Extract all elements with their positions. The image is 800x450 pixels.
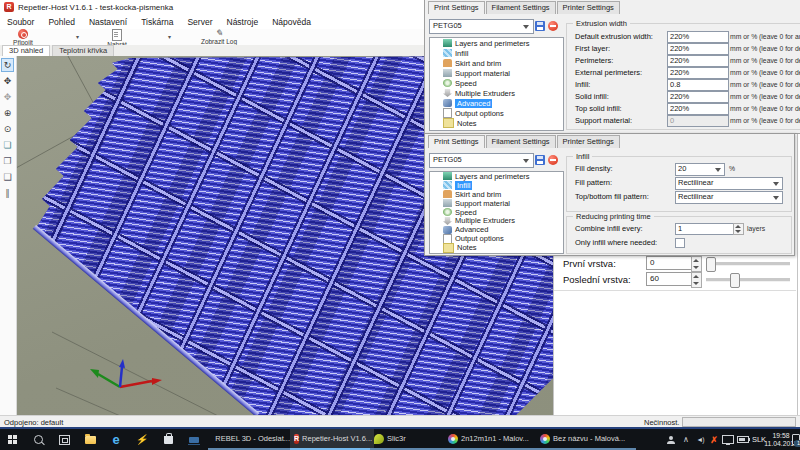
start-button[interactable]: [0, 429, 24, 450]
zoom-in-tool-icon[interactable]: [1, 106, 14, 120]
load-dropdown-icon[interactable]: [168, 33, 171, 40]
support-icon: [443, 199, 452, 207]
volume-icon[interactable]: [693, 429, 707, 450]
tree-item-skirt[interactable]: Skirt and brim: [430, 58, 563, 68]
tree-item-infill[interactable]: Infill: [430, 48, 563, 58]
slic3r-tab-strip: Print SettingsFilament SettingsPrinter S…: [428, 135, 621, 149]
preset-combobox[interactable]: PETG05: [429, 153, 534, 168]
network-display-icon[interactable]: [721, 429, 735, 450]
group-title: Infill: [573, 152, 592, 161]
connect-button[interactable]: Připojit: [4, 29, 42, 46]
skirt-icon: [443, 59, 452, 67]
default-extrusion-width-input[interactable]: 220%: [667, 31, 729, 43]
action-center-icon[interactable]: 1: [792, 429, 800, 450]
tree-item-extruders[interactable]: Multiple Extruders: [430, 88, 563, 98]
tree-item-skirt[interactable]: Skirt and brim: [430, 190, 563, 199]
last-layer-spinner[interactable]: [691, 272, 702, 288]
save-preset-icon[interactable]: [535, 155, 545, 165]
show-log-button[interactable]: Zobrazit Log: [186, 29, 252, 45]
menu-server[interactable]: Server: [180, 14, 219, 27]
combine-infill-spinner[interactable]: [733, 223, 744, 235]
tab-printer-settings[interactable]: Printer Settings: [557, 135, 620, 148]
taskbar-button-slic3r[interactable]: Slic3r: [370, 429, 448, 450]
first-layer-width-input[interactable]: 220%: [667, 43, 729, 55]
taskbar-button-paint-1[interactable]: 2n12m1n1 - Malov...: [444, 429, 540, 450]
save-preset-icon[interactable]: [535, 21, 545, 31]
rotate-view-tool-icon[interactable]: [1, 58, 14, 72]
tree-item-advanced[interactable]: Advanced: [430, 98, 563, 108]
last-layer-input[interactable]: 60: [646, 272, 693, 286]
taskbar-button-paint-2[interactable]: Bez názvu - Malová...: [536, 429, 636, 450]
task-view-icon[interactable]: [52, 429, 76, 450]
menu-pohled[interactable]: Pohled: [41, 14, 81, 27]
connect-dropdown-icon[interactable]: [76, 33, 79, 40]
tree-item-infill[interactable]: Infill: [430, 181, 563, 190]
solid-infill-width-input[interactable]: 220%: [667, 91, 729, 103]
tree-item-support[interactable]: Support material: [430, 199, 563, 208]
clock[interactable]: 19:5811.04.2018: [768, 429, 794, 450]
zoom-tool-icon[interactable]: [1, 122, 14, 136]
menu-nastroje[interactable]: Nástroje: [220, 14, 266, 27]
support-material-width-input[interactable]: 0: [667, 115, 729, 127]
move-viewpoint-tool-icon[interactable]: [1, 90, 14, 104]
last-layer-slider-handle[interactable]: [730, 273, 740, 288]
connection-status: Odpojeno: default: [4, 418, 63, 427]
tray-overflow-icon[interactable]: [680, 429, 692, 450]
top-bottom-fill-pattern-combobox[interactable]: Rectilinear: [675, 191, 783, 204]
fill-pattern-combobox[interactable]: Rectilinear: [675, 177, 783, 190]
winamp-icon[interactable]: [130, 429, 154, 450]
move-object-tool-icon[interactable]: [1, 74, 14, 88]
menu-nastaveni[interactable]: Nastavení: [82, 14, 134, 27]
tree-item-notes[interactable]: Notes: [430, 118, 563, 128]
tree-item-speed[interactable]: Speed: [430, 208, 563, 217]
delete-preset-icon[interactable]: [548, 21, 558, 31]
menu-soubor[interactable]: Soubor: [0, 14, 41, 27]
top-view-icon[interactable]: [1, 170, 14, 184]
fill-density-combobox[interactable]: 20: [675, 163, 725, 176]
search-icon[interactable]: [26, 429, 50, 450]
first-layer-spinner[interactable]: [691, 256, 702, 272]
tree-item-extruders[interactable]: Multiple Extruders: [430, 216, 563, 225]
battery-icon[interactable]: [736, 429, 750, 450]
laptop-app-icon[interactable]: [182, 429, 206, 450]
delete-preset-icon[interactable]: [548, 155, 558, 165]
layers-icon: [443, 172, 452, 180]
tree-item-output[interactable]: Output options: [430, 108, 563, 118]
top-solid-infill-width-input[interactable]: 220%: [667, 103, 729, 115]
tab-printer-settings[interactable]: Printer Settings: [557, 1, 620, 14]
isometric-view-icon[interactable]: [1, 138, 14, 152]
menu-tiskarna[interactable]: Tiskárna: [134, 14, 180, 27]
tree-item-speed[interactable]: Speed: [430, 78, 563, 88]
tree-item-layers[interactable]: Layers and perimeters: [430, 38, 563, 48]
last-layer-slider[interactable]: [706, 278, 790, 282]
file-explorer-icon[interactable]: [78, 429, 102, 450]
menu-napoveda[interactable]: Nápověda: [265, 14, 318, 27]
store-icon[interactable]: [156, 429, 180, 450]
first-layer-input[interactable]: 0: [646, 256, 693, 270]
tab-print-settings[interactable]: Print Settings: [428, 1, 485, 14]
edge-browser-icon[interactable]: [104, 429, 128, 450]
perimeters-width-input[interactable]: 220%: [667, 55, 729, 67]
infill-width-input[interactable]: 0.8: [667, 79, 729, 91]
external-perimeters-width-input[interactable]: 220%: [667, 67, 729, 79]
tab-filament-settings[interactable]: Filament Settings: [486, 135, 556, 148]
first-layer-slider-handle[interactable]: [706, 257, 716, 272]
tab-print-settings[interactable]: Print Settings: [428, 135, 485, 148]
tree-item-notes[interactable]: Notes: [430, 243, 563, 252]
tree-item-layers[interactable]: Layers and perimeters: [430, 172, 563, 181]
combine-infill-input[interactable]: 1: [675, 223, 735, 235]
parallel-projection-icon[interactable]: [1, 186, 14, 200]
tab-temperature-curve[interactable]: Teplotní křivka: [52, 45, 114, 56]
reducing-printing-time-group: Reducing printing time Combine infill ev…: [566, 216, 792, 254]
tree-item-support[interactable]: Support material: [430, 68, 563, 78]
tab-filament-settings[interactable]: Filament Settings: [486, 1, 556, 14]
tab-3d-view[interactable]: 3D náhled: [2, 45, 50, 56]
tray-alert-icon[interactable]: [708, 429, 720, 450]
only-infill-checkbox[interactable]: [675, 238, 685, 248]
taskbar-button-repetier[interactable]: Repetier-Host V1.6...: [290, 429, 374, 450]
people-icon[interactable]: [664, 429, 678, 450]
front-view-icon[interactable]: [1, 154, 14, 168]
taskbar-button-firefox[interactable]: REBEL 3D - Odeslat...: [208, 429, 294, 450]
preset-combobox[interactable]: PETG05: [429, 19, 534, 34]
first-layer-slider[interactable]: [706, 262, 790, 266]
